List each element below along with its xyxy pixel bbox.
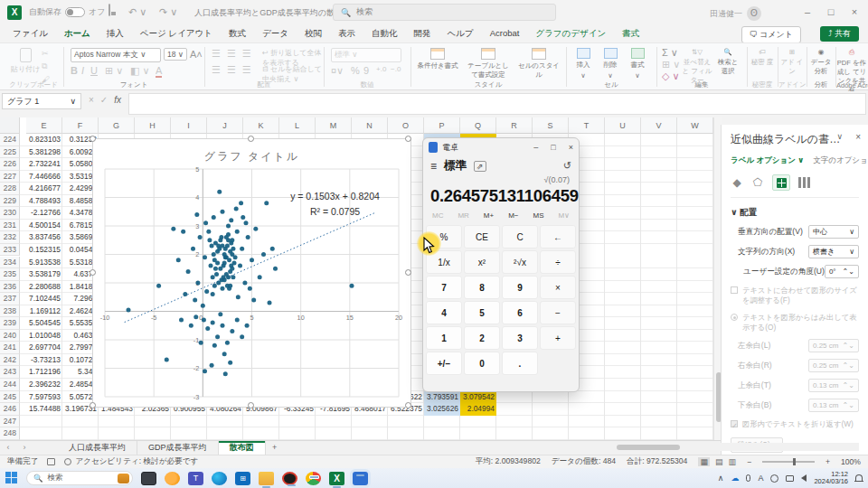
scatter-point[interactable] [203,369,207,373]
scatter-point[interactable] [239,201,243,205]
chart-selection-handle[interactable] [90,402,96,408]
cell-E245[interactable]: 7.597593 [26,391,61,404]
cell-E239[interactable]: 5.504545 [26,317,61,330]
font-size-select[interactable]: 18 ∨ [164,48,187,61]
scatter-point[interactable] [218,238,222,242]
scatter-point[interactable] [195,281,200,286]
row-header-238[interactable]: 238 [0,305,20,318]
accessibility-status[interactable]: アクセシビリティ: 検討が必要です [64,456,198,467]
cell-E234[interactable]: 5.913538 [26,257,61,269]
calc-button-²√x[interactable]: ²√x [502,250,538,274]
memory-button-MR[interactable]: MR [458,211,468,220]
currency-icon[interactable]: ¤∨ [331,65,344,77]
calc-button-2[interactable]: 2 [464,326,500,350]
scatter-point[interactable] [242,281,247,286]
increase-decimal-icon[interactable]: +.0 [376,65,386,73]
chart-selection-handle[interactable] [405,136,411,142]
scatter-point[interactable] [235,230,240,234]
calc-button-.[interactable]: . [502,352,538,375]
taskbar-chrome-icon[interactable] [306,472,321,485]
cell-E246[interactable]: 15.74488 [26,403,61,416]
overflow-radio[interactable] [731,314,738,321]
italic-button[interactable]: I [81,65,84,76]
text-direction-select[interactable]: 横書き∨ [808,245,859,258]
scatter-point[interactable] [270,247,275,251]
scatter-point[interactable] [183,292,187,296]
autofit-checkbox[interactable] [731,286,738,294]
calc-maximize-button[interactable]: □ [551,143,555,152]
row-header-226[interactable]: 226 [0,158,20,171]
column-header-G[interactable]: G [99,117,135,134]
scatter-point[interactable] [193,314,198,319]
horizontal-scrollbar[interactable] [597,443,859,451]
calc-button-C[interactable]: C [502,225,538,249]
pane-close-icon[interactable]: × [855,132,861,142]
scatter-point[interactable] [215,260,220,265]
scatter-point[interactable] [218,312,222,316]
cell-E238[interactable]: 1.169112 [26,305,61,318]
scatter-point[interactable] [156,284,161,288]
insert-cells-button[interactable]: 挿入 ∨ [570,48,597,80]
scatter-point[interactable] [201,304,205,308]
scatter-point[interactable] [268,301,272,305]
clock-tray-icon[interactable] [770,474,778,483]
calculator-window[interactable]: 電卓 – □ × ≡ 標準 ⇗ ↺ √(0.07) 0.264575131106… [422,137,580,392]
sensitivity-button[interactable]: 🏷 秘密 度 [748,48,777,67]
scatter-point[interactable] [206,230,211,234]
taskbar-file-explorer-icon[interactable] [259,472,274,485]
scatter-point[interactable] [189,324,193,328]
column-header-M[interactable]: M [316,117,352,134]
column-header-S[interactable]: S [533,117,569,134]
row-header-242[interactable]: 242 [0,354,20,367]
autosave-toggle[interactable]: 自動保存 オフ [29,6,105,18]
calc-button-÷[interactable]: ÷ [540,250,576,274]
align-top-icons[interactable]: ☰ ☰ ☰ [212,48,253,60]
volume-icon[interactable] [801,474,807,482]
tray-expand-icon[interactable]: ∧ [718,474,724,483]
enter-icon[interactable]: ✓ [100,95,108,105]
calc-button-×[interactable]: × [540,276,576,299]
scatter-point[interactable] [228,284,232,288]
scatter-point[interactable] [210,363,214,368]
scatter-point[interactable] [217,190,222,194]
column-header-T[interactable]: T [569,117,605,134]
scatter-point[interactable] [223,371,228,376]
calc-button-8[interactable]: 8 [464,276,500,299]
cell-E226[interactable]: 2.732241 [26,158,61,171]
row-header-248[interactable]: 248 [0,427,20,440]
row-header-237[interactable]: 237 [0,293,20,305]
scatter-point[interactable] [203,255,207,259]
scatter-point[interactable] [181,230,185,234]
taskbar-clock[interactable]: 12:12 2024/03/16 [814,471,848,486]
font-color-icon[interactable]: A [156,65,162,78]
zoom-slider[interactable] [762,461,815,463]
scatter-point[interactable] [207,238,212,242]
memory-button-MS[interactable]: MS [533,211,543,220]
scatter-point[interactable] [238,264,242,268]
scatter-point[interactable] [244,221,249,225]
row-header-235[interactable]: 235 [0,268,20,281]
row-header-234[interactable]: 234 [0,257,20,269]
taskbar-search[interactable]: 🔍 検索 [26,471,133,485]
scatter-point[interactable] [253,227,258,231]
calc-minimize-button[interactable]: – [533,143,538,152]
ime-icon[interactable]: A [758,474,763,483]
scatter-point[interactable] [221,324,225,328]
calc-button-9[interactable]: 9 [502,276,538,299]
scatter-point[interactable] [273,267,278,271]
cell-P246[interactable]: 3.025626 [424,403,458,416]
scatter-point[interactable] [165,358,169,362]
scatter-chart[interactable]: グラフ タイトル -10-50510152054321-1-2-3 y = 0.… [92,138,411,408]
chart-selection-handle[interactable] [90,136,96,142]
scatter-point[interactable] [179,317,184,322]
history-icon[interactable]: ↺ [563,160,571,172]
scatter-point[interactable] [203,221,208,225]
cell-E230[interactable]: -2.12766 [26,207,61,220]
row-header-243[interactable]: 243 [0,366,20,379]
borders-icon[interactable]: ⊞ ∨ [105,65,123,77]
cell-E233[interactable]: 0.152315 [26,244,61,257]
taskbar-excel-icon[interactable]: X [329,472,344,485]
add-sheet-button[interactable]: + [266,441,284,455]
scatter-point[interactable] [212,215,216,220]
scatter-point[interactable] [233,255,238,259]
